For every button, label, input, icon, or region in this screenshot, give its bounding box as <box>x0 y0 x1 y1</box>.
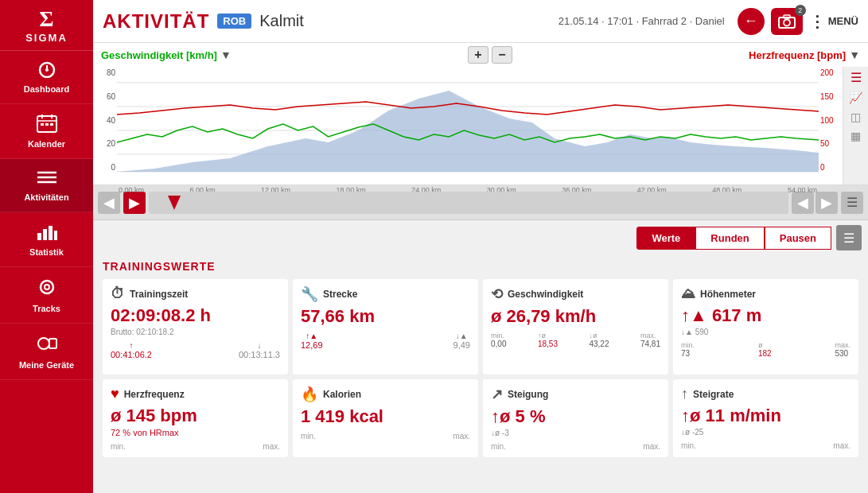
tab-pausen[interactable]: Pausen <box>765 227 831 250</box>
trainingszeit-value: 02:09:08.2 h <box>111 305 280 326</box>
trainingszeit-bottom: ↑ 00:41:06.2 ↓ 00:13:11.3 <box>111 341 280 359</box>
y-axis-left: 80 60 40 20 0 <box>93 67 117 184</box>
svg-point-19 <box>38 338 49 349</box>
herzfrequenz-icon: ♥ <box>111 386 119 402</box>
sidebar-item-kalender[interactable]: Kalender <box>0 104 93 159</box>
chart-area: Geschwindigkeit [km/h] ▼ + − Herzfrequen… <box>93 43 868 185</box>
sidebar-item-meine-gerate[interactable]: Meine Geräte <box>0 324 93 380</box>
scrubber-left-arrow[interactable]: ◀ <box>98 192 120 214</box>
geschwindigkeit-label: Geschwindigkeit <box>508 289 583 300</box>
camera-button[interactable] <box>771 8 803 35</box>
strecke-down: ↓▲ 9,49 <box>453 332 470 350</box>
zoom-out-button[interactable]: − <box>492 46 512 64</box>
zoom-in-button[interactable]: + <box>468 46 488 64</box>
chart-svg-area: 0,00 km 6,00 km 12,00 km 18,00 km 24,00 … <box>117 67 819 184</box>
steigung-icon: ↗ <box>491 386 503 403</box>
chart-right-dropdown[interactable]: ▼ <box>849 49 860 61</box>
chart-body: 80 60 40 20 0 <box>93 67 868 184</box>
hohenmeter-bottom: min. 73 ø 182 max. 530 <box>681 341 850 358</box>
sidebar-label-aktivitaten: Aktivitäten <box>24 192 68 202</box>
chart-layers-icon[interactable]: ◫ <box>850 111 861 123</box>
scrubber-right-arrow[interactable]: ▶ <box>123 192 146 214</box>
kalorien-value: 1 419 kcal <box>301 406 470 427</box>
geschwindigkeit-header: ⟲ Geschwindigkeit <box>491 285 660 303</box>
metric-hohenmeter: ⛰ Höhenmeter ↑▲ 617 m ↓▲ 590 min. 73 ø 1… <box>673 279 858 375</box>
steigung-minmax: min. max. <box>491 442 660 451</box>
svg-rect-8 <box>45 123 49 126</box>
svg-rect-14 <box>43 229 47 240</box>
geschwindigkeit-bottom: min. 0,00 ↑ø 18,53 ↓ø 43,22 max. 74,81 <box>491 332 660 348</box>
chart-list-icon[interactable]: ☰ <box>850 70 862 85</box>
sidebar-item-aktivitaten[interactable]: Aktivitäten <box>0 159 93 212</box>
tab-werte[interactable]: Werte <box>636 227 695 250</box>
hohenmeter-icon: ⛰ <box>681 285 695 302</box>
steigrate-minmax: min. max. <box>681 441 850 450</box>
steigrate-sub: ↓ø -25 <box>681 428 850 437</box>
steigrate-value: ↑ø 11 m/min <box>681 406 850 426</box>
svg-rect-9 <box>50 123 53 126</box>
hohenmeter-header: ⛰ Höhenmeter <box>681 285 850 302</box>
back-button[interactable]: ← <box>738 8 765 35</box>
sidebar-label-statistik: Statistik <box>29 247 64 257</box>
svg-point-17 <box>41 281 53 293</box>
scrubber-track[interactable] <box>149 192 788 214</box>
kalorien-minmax: min. max. <box>301 432 470 441</box>
metric-kalorien: 🔥 Kalorien 1 419 kcal min. max. <box>293 379 478 457</box>
chart-left-dropdown[interactable]: ▼ <box>220 49 232 61</box>
chart-left-label: Geschwindigkeit [km/h] ▼ <box>101 49 232 61</box>
main-content: AKTIVITÄT ROB Kalmit 21.05.14 · 17:01 · … <box>93 0 868 493</box>
strecke-label: Strecke <box>323 289 357 300</box>
metric-steigung: ↗ Steigung ↑ø 5 % ↓ø -3 min. max. <box>483 379 668 457</box>
steigung-label: Steigung <box>508 389 548 400</box>
metrics-row-1: ⏱ Trainingszeit 02:09:08.2 h Brutto: 02:… <box>103 279 858 375</box>
svg-rect-7 <box>41 123 44 126</box>
metric-trainingszeit: ⏱ Trainingszeit 02:09:08.2 h Brutto: 02:… <box>103 279 288 375</box>
sidebar-item-tracks[interactable]: Tracks <box>0 267 93 324</box>
svg-rect-15 <box>49 226 53 240</box>
chart-line-icon[interactable]: 📈 <box>849 91 862 104</box>
tabs-list-icon[interactable]: ☰ <box>836 225 862 250</box>
gerate-icon <box>36 333 58 357</box>
chart-svg <box>117 67 819 184</box>
herzfrequenz-header: ♥ Herzfrequenz <box>111 386 280 402</box>
herzfrequenz-sub: 72 % von HRmax <box>111 428 280 437</box>
sidebar-item-dashboard[interactable]: Dashboard <box>0 51 93 104</box>
hohenmeter-label: Höhenmeter <box>700 289 756 300</box>
training-section-title: TRAININGSWERTE <box>103 260 858 273</box>
metric-steigrate: ↑ Steigrate ↑ø 11 m/min ↓ø -25 min. max. <box>673 379 858 457</box>
strecke-up: ↑▲ 12,69 <box>301 332 323 350</box>
kalorien-icon: 🔥 <box>301 386 318 403</box>
steigrate-label: Steigrate <box>693 389 734 400</box>
menu-button[interactable]: ⋮ MENÜ <box>809 12 858 31</box>
activity-name: Kalmit <box>259 12 304 30</box>
kalender-icon <box>37 114 57 136</box>
metric-herzfrequenz: ♥ Herzfrequenz ø 145 bpm 72 % von HRmax … <box>103 379 288 457</box>
scrubber-list-button[interactable]: ☰ <box>841 192 863 214</box>
trainingszeit-sub: Brutto: 02:10:18.2 <box>111 328 280 336</box>
sidebar-item-statistik[interactable]: Statistik <box>0 212 93 267</box>
scrubber-next-button[interactable]: ▶ <box>815 192 838 214</box>
svg-point-2 <box>45 68 49 72</box>
strecke-bottom: ↑▲ 12,69 ↓▲ 9,49 <box>301 332 470 350</box>
steigung-sub: ↓ø -3 <box>491 429 660 437</box>
y-axis-right: 200 150 100 50 0 <box>819 67 843 184</box>
scrubber-prev-button[interactable]: ◀ <box>792 192 814 214</box>
aktivitaten-icon <box>36 169 58 189</box>
dashboard-icon <box>36 60 58 81</box>
chart-bar-icon[interactable]: ▦ <box>850 130 861 142</box>
metrics-row-2: ♥ Herzfrequenz ø 145 bpm 72 % von HRmax … <box>103 379 858 457</box>
svg-rect-20 <box>49 339 56 348</box>
sidebar-label-tracks: Tracks <box>33 304 60 313</box>
tab-runden[interactable]: Runden <box>695 227 764 250</box>
svg-point-22 <box>784 19 790 25</box>
svg-point-18 <box>45 285 49 289</box>
sigma-logo: Σ SIGMA <box>0 0 93 51</box>
header-left: AKTIVITÄT ROB Kalmit <box>103 10 304 33</box>
trainingszeit-icon: ⏱ <box>111 285 125 302</box>
strecke-header: 🔧 Strecke <box>301 285 470 303</box>
svg-rect-16 <box>54 231 57 240</box>
training-section: TRAININGSWERTE ⏱ Trainingszeit 02:09:08.… <box>93 255 868 493</box>
geschwindigkeit-icon: ⟲ <box>491 285 503 303</box>
statistik-icon <box>36 222 58 244</box>
steigung-value: ↑ø 5 % <box>491 406 660 427</box>
